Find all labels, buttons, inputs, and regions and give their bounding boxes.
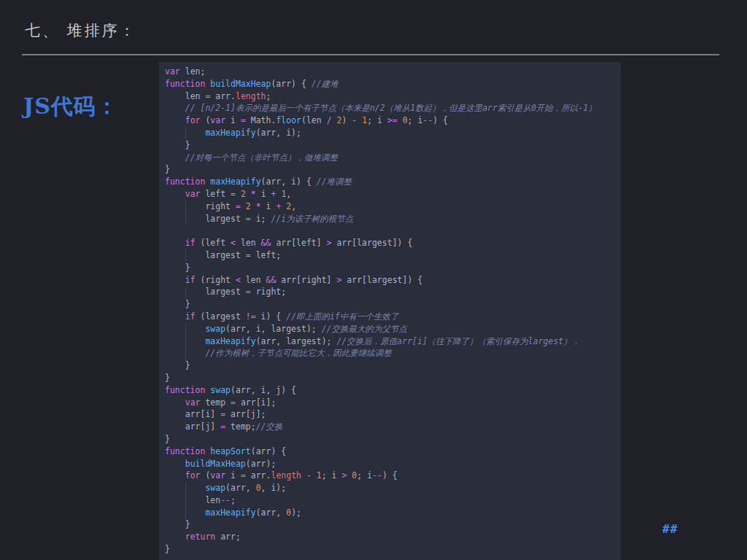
indent-guide (185, 507, 206, 519)
code-line: var left = 2 * i + 1, (165, 188, 615, 201)
code-line: for (var i = arr.length - 1; i > 0; i--)… (165, 470, 615, 482)
code-line: if (right < len && arr[right] > arr[larg… (165, 274, 615, 287)
code-line: } (165, 543, 615, 556)
code-line: len--; (165, 494, 615, 507)
code-line: maxHeapify(arr, i); (165, 127, 615, 139)
code-line: } (165, 262, 615, 274)
code-line: // [n/2-1]表示的是最后一个有子节点（本来是n/2（堆从1数起），但是这… (165, 102, 615, 114)
indent-guide (185, 494, 206, 507)
footer-marks: ## (662, 522, 678, 536)
code-line: function buildMaxHeap(arr) { //建堆 (165, 78, 615, 90)
code-line: if (left < len && arr[left] > arr[larges… (165, 237, 615, 249)
code-line: var len; (165, 66, 615, 78)
code-line: maxHeapify(arr, largest); //交换后，原值arr[i]… (165, 335, 615, 348)
code-line: } (165, 433, 615, 446)
indent-guide (185, 201, 206, 213)
indent-guide (185, 127, 206, 139)
code-line: } (165, 163, 615, 176)
code-line: function swap(arr, i, j) { (165, 384, 615, 397)
page-title: 七、 堆排序： (25, 20, 137, 41)
code-line: for (var i = Math.floor(len / 2) - 1; i … (165, 114, 615, 127)
code-line: //作为根树，子节点可能比它大，因此要继续调整 (165, 347, 615, 359)
code-line: arr[j] = temp;//交换 (165, 421, 615, 433)
indent-guide (185, 335, 206, 348)
code-line: maxHeapify(arr, 0); (165, 507, 615, 519)
code-line: } (165, 372, 615, 384)
code-line: swap(arr, 0, i); (165, 482, 615, 494)
indent-guide (185, 482, 206, 494)
indent-guide (185, 249, 206, 262)
code-line: largest = left; (165, 249, 615, 262)
code-line: largest = i; //i为该子树的根节点 (165, 213, 615, 225)
code-block: var len;function buildMaxHeap(arr) { //建… (159, 62, 621, 560)
code-line: } (165, 139, 615, 152)
code-line (165, 225, 615, 237)
code-line: function heapSort(arr) { (165, 446, 615, 458)
code-line: buildMaxHeap(arr); (165, 458, 615, 470)
title-divider (22, 54, 719, 55)
code-line: right = 2 * i + 2, (165, 201, 615, 213)
indent-guide (185, 213, 206, 225)
slide: { "slide": { "title": "七、 堆排序：", "sectio… (0, 0, 747, 560)
code-line: arr[i] = arr[j]; (165, 408, 615, 421)
indent-guide (185, 347, 206, 359)
code-line: } (165, 359, 615, 372)
code-line: } (165, 298, 615, 311)
code-line: if (largest != i) { //即上面的if中有一个生效了 (165, 311, 615, 323)
code-line: //对每一个节点（非叶节点），做堆调整 (165, 152, 615, 164)
code-line: var temp = arr[i]; (165, 397, 615, 409)
indent-guide (185, 323, 206, 335)
code-line: largest = right; (165, 286, 615, 298)
code-line: len = arr.length; (165, 90, 615, 103)
code-line: } (165, 518, 615, 531)
code-line: return arr; (165, 531, 615, 543)
code-line: function maxHeapify(arr, i) { //堆调整 (165, 176, 615, 188)
js-code-label: JS代码： (23, 92, 119, 122)
indent-guide (185, 286, 206, 298)
code-line: swap(arr, i, largest); //交换最大的为父节点 (165, 323, 615, 335)
